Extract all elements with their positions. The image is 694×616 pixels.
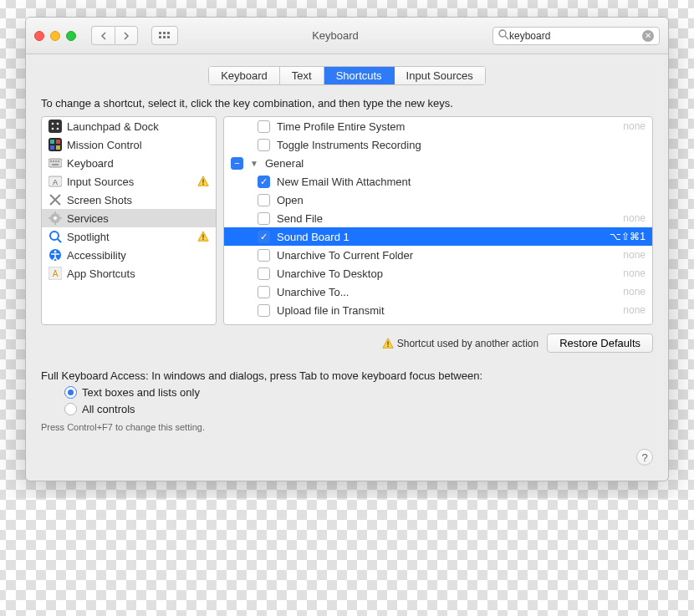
shortcut-row[interactable]: ✓New Email With Attachment <box>224 172 652 191</box>
minimize-window-button[interactable] <box>50 31 60 41</box>
zoom-window-button[interactable] <box>66 31 76 41</box>
shortcut-key: none <box>623 120 646 132</box>
shortcut-key: none <box>623 286 646 298</box>
category-launchpad-dock[interactable]: Launchpad & Dock <box>42 117 216 135</box>
window-title: Keyboard <box>186 29 484 42</box>
radio-label: Text boxes and lists only <box>82 386 200 399</box>
svg-rect-17 <box>56 145 60 150</box>
panels: Launchpad & DockMission ControlKeyboardA… <box>41 116 653 325</box>
launchpad-icon <box>48 120 62 133</box>
search-icon <box>498 29 509 43</box>
shortcut-row[interactable]: Unarchive To...none <box>224 283 652 301</box>
category-label: Input Sources <box>67 176 134 188</box>
checkbox[interactable] <box>258 139 270 151</box>
disclosure-triangle-icon[interactable]: ▼ <box>250 159 258 168</box>
category-services[interactable]: Services <box>42 209 216 227</box>
warning-icon <box>197 231 209 242</box>
svg-rect-23 <box>52 164 59 165</box>
svg-text:A: A <box>53 269 59 278</box>
radio-text-boxes-only[interactable]: Text boxes and lists only <box>64 386 653 399</box>
shortcut-row[interactable]: Unarchive To Desktopnone <box>224 264 652 283</box>
category-mission-control[interactable]: Mission Control <box>42 135 216 154</box>
svg-line-36 <box>58 239 61 242</box>
shortcut-list[interactable]: Time Profile Entire SystemnoneToggle Ins… <box>223 116 653 325</box>
checkbox[interactable] <box>258 194 270 206</box>
category-spotlight[interactable]: Spotlight <box>42 227 216 246</box>
svg-rect-20 <box>53 160 54 162</box>
shortcut-row[interactable]: Send Filenone <box>224 209 652 227</box>
group-general[interactable]: −▼General <box>224 154 652 172</box>
group-label: General <box>265 157 646 170</box>
svg-point-30 <box>54 216 57 220</box>
shortcut-row[interactable]: Open <box>224 191 652 209</box>
svg-rect-15 <box>56 140 60 144</box>
clear-search-button[interactable]: ✕ <box>642 30 654 42</box>
help-button[interactable]: ? <box>636 449 653 466</box>
checkbox[interactable]: ✓ <box>258 176 270 188</box>
shortcut-row[interactable]: ✓Sound Board 1⌥⇧⌘1 <box>224 227 652 246</box>
tab-shortcuts[interactable]: Shortcuts <box>324 67 395 84</box>
tab-keyboard[interactable]: Keyboard <box>209 67 280 84</box>
checkbox[interactable] <box>258 120 270 133</box>
svg-rect-3 <box>159 36 161 38</box>
category-accessibility[interactable]: Accessibility <box>42 246 216 264</box>
category-label: Screen Shots <box>67 194 132 206</box>
nav-buttons <box>91 26 138 45</box>
checkbox[interactable] <box>258 249 270 262</box>
radio-all-controls[interactable]: All controls <box>64 403 653 415</box>
shortcut-label: New Email With Attachment <box>277 176 639 188</box>
category-label: Spotlight <box>67 231 110 243</box>
category-app-shortcuts[interactable]: AApp Shortcuts <box>42 264 216 283</box>
svg-rect-8 <box>48 120 62 133</box>
mission-icon <box>48 138 62 151</box>
checkbox-mixed-icon[interactable]: − <box>231 157 243 170</box>
appshortcuts-icon: A <box>48 267 62 280</box>
tab-text[interactable]: Text <box>280 67 324 84</box>
close-window-button[interactable] <box>34 31 44 41</box>
svg-rect-18 <box>48 159 62 167</box>
shortcut-label: Send File <box>277 212 616 225</box>
category-screen-shots[interactable]: Screen Shots <box>42 191 216 209</box>
category-input-sources[interactable]: AInput Sources <box>42 172 216 191</box>
checkbox[interactable] <box>258 304 270 317</box>
help-corner: ? <box>41 449 653 466</box>
checkbox[interactable] <box>258 212 270 225</box>
shortcut-key: none <box>623 212 646 224</box>
checkbox[interactable]: ✓ <box>258 231 270 243</box>
shortcut-row[interactable]: Time Profile Entire Systemnone <box>224 117 652 135</box>
forward-button[interactable] <box>115 26 138 45</box>
tab-input-sources[interactable]: Input Sources <box>395 67 485 84</box>
search-field-wrap[interactable]: ✕ <box>492 27 660 45</box>
search-input[interactable] <box>509 30 642 42</box>
show-all-button[interactable] <box>151 26 178 45</box>
conflict-warning: Shortcut used by another action <box>382 338 538 349</box>
shortcut-label: Open <box>277 194 639 206</box>
checkbox[interactable] <box>258 267 270 280</box>
checkbox[interactable] <box>258 286 270 298</box>
radio-label: All controls <box>82 403 135 415</box>
content-area: KeyboardTextShortcutsInput Sources To ch… <box>26 54 668 481</box>
svg-rect-14 <box>50 140 54 144</box>
screenshot-icon <box>48 193 62 206</box>
shortcut-label: Upload file in Transmit <box>277 304 616 317</box>
window-controls <box>34 31 76 41</box>
svg-rect-37 <box>202 234 203 237</box>
restore-defaults-button[interactable]: Restore Defaults <box>547 333 653 353</box>
shortcut-label: Time Profile Entire System <box>277 120 616 133</box>
shortcut-label: Unarchive To Desktop <box>277 267 616 280</box>
gear-icon <box>48 211 62 225</box>
svg-rect-1 <box>163 32 166 34</box>
input-icon: A <box>48 175 62 188</box>
svg-rect-4 <box>163 36 166 38</box>
svg-point-40 <box>54 251 57 253</box>
warning-icon <box>197 176 209 187</box>
spotlight-icon <box>48 230 62 243</box>
category-keyboard[interactable]: Keyboard <box>42 154 216 172</box>
shortcut-row[interactable]: Toggle Instruments Recording <box>224 135 652 154</box>
category-list[interactable]: Launchpad & DockMission ControlKeyboardA… <box>41 116 217 325</box>
shortcut-row[interactable]: Upload file in Transmitnone <box>224 301 652 319</box>
shortcut-row[interactable]: Unarchive To Current Foldernone <box>224 246 652 264</box>
svg-point-6 <box>499 30 506 37</box>
back-button[interactable] <box>91 26 115 45</box>
shortcut-label: Sound Board 1 <box>277 231 603 243</box>
